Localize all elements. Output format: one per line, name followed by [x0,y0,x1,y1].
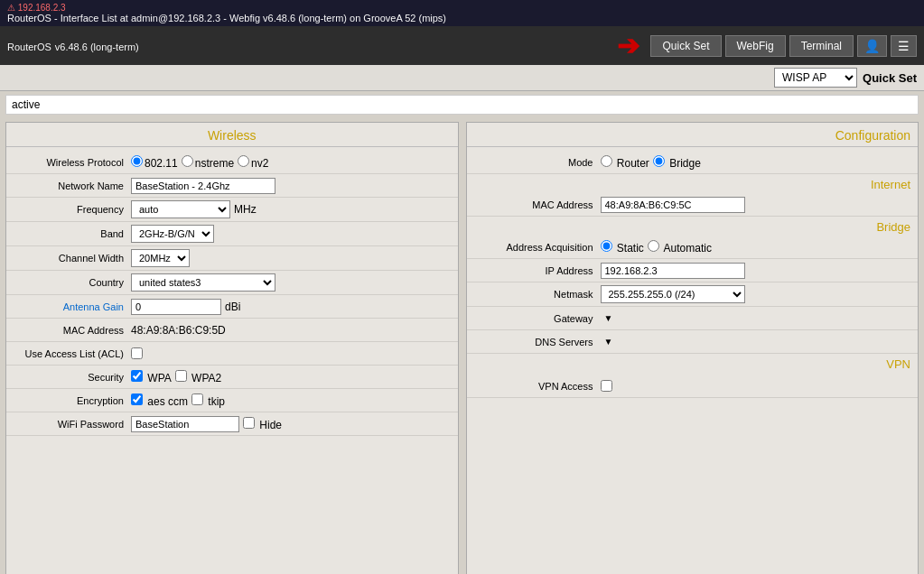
frequency-select[interactable]: auto [131,200,230,218]
protocol-802-label[interactable]: 802.11 [131,155,178,170]
wifi-password-input[interactable] [131,416,239,432]
frequency-row: Frequency auto MHz [6,198,458,222]
internet-label: Internet [467,174,919,193]
main-content: Wireless Wireless Protocol 802.11 nstrem… [0,118,924,574]
acl-checkbox[interactable] [131,347,143,359]
gateway-row: Gateway ▼ [467,307,919,330]
mode-select[interactable]: WISP AP AP CPE PTP Bridge [774,68,857,88]
profile-icon-button[interactable]: 👤 [857,35,887,57]
bridge-label[interactable]: Bridge [653,155,701,170]
hide-checkbox[interactable] [243,417,255,429]
quickset-bar: WISP AP AP CPE PTP Bridge Quick Set [0,65,924,91]
automatic-radio[interactable] [648,240,659,252]
mac-address-row: MAC Address 48:A9:8A:B6:C9:5D [6,319,458,342]
address-acquisition-controls: Static Automatic [601,240,911,255]
protocol-nstreme-label[interactable]: nstreme [182,155,234,170]
dns-dropdown-arrow[interactable]: ▼ [604,337,613,347]
network-name-input[interactable] [131,178,275,194]
wireless-protocol-label: Wireless Protocol [14,157,131,168]
wireless-header: Wireless [6,123,458,147]
webfig-button[interactable]: WebFig [725,35,786,57]
frequency-unit: MHz [234,203,257,216]
quickset-button[interactable]: Quick Set [650,35,721,57]
band-label: Band [14,228,131,239]
wpa2-label[interactable]: WPA2 [175,370,221,384]
protocol-nv2-radio[interactable] [238,155,249,167]
address-acquisition-row: Address Acquisition Static Automatic [467,236,919,259]
address-acquisition-label: Address Acquisition [474,242,601,253]
config-mac-label: MAC Address [474,199,601,210]
wpa-checkbox[interactable] [131,370,143,382]
mode-controls: Router Bridge [601,155,911,170]
ip-address-label: IP Address [474,265,601,276]
mac-address-label: MAC Address [14,325,131,336]
static-label[interactable]: Static [601,240,644,255]
wpa-label[interactable]: WPA [131,370,172,384]
wifi-password-label: WiFi Password [14,419,131,430]
frequency-controls: auto MHz [131,200,451,218]
netmask-row: Netmask 255.255.255.0 (/24) [467,282,919,307]
country-select[interactable]: united states3 [131,273,275,292]
app-title: RouterOS v6.48.6 (long-term) [7,39,613,53]
protocol-nv2-label[interactable]: nv2 [238,155,268,170]
gateway-dropdown-arrow[interactable]: ▼ [604,313,613,323]
ip-address-input[interactable] [601,263,745,279]
hide-label[interactable]: Hide [243,417,282,431]
acl-row: Use Access List (ACL) [6,342,458,366]
gateway-label: Gateway [474,313,601,324]
band-row: Band 2GHz-B/G/N [6,222,458,246]
active-bar: active [5,95,919,115]
router-label[interactable]: Router [601,155,649,170]
country-row: Country united states3 [6,271,458,295]
aes-ccm-label[interactable]: aes ccm [131,393,188,408]
config-mac-row: MAC Address [467,193,919,217]
tkip-label[interactable]: tkip [191,393,225,408]
network-name-controls [131,178,451,194]
router-radio[interactable] [601,155,612,167]
vpn-label: VPN [467,354,919,375]
netmask-select[interactable]: 255.255.255.0 (/24) [601,285,745,303]
wpa2-checkbox[interactable] [175,370,187,382]
app-version: v6.48.6 (long-term) [55,42,139,52]
antenna-gain-input[interactable] [131,299,221,315]
country-controls: united states3 [131,273,451,292]
aes-ccm-checkbox[interactable] [131,393,143,405]
antenna-gain-controls: dBi [131,299,451,315]
antenna-gain-label[interactable]: Antenna Gain [14,301,131,312]
acl-label: Use Access List (ACL) [14,348,131,359]
app-name: RouterOS [7,42,51,52]
warning-icon: ⚠ [7,3,18,13]
network-name-label: Network Name [14,181,131,191]
channel-width-row: Channel Width 20MHz [6,246,458,271]
protocol-802-radio[interactable] [131,155,143,167]
top-nav: RouterOS v6.48.6 (long-term) ➔ Quick Set… [0,26,924,65]
security-label: Security [14,372,131,383]
protocol-nstreme-radio[interactable] [182,155,193,167]
config-header: Configuration [467,123,919,147]
dns-row: DNS Servers ▼ [467,330,919,354]
netmask-controls: 255.255.255.0 (/24) [601,285,911,303]
arrow-indicator: ➔ [617,30,639,61]
automatic-label[interactable]: Automatic [648,240,712,255]
frequency-label: Frequency [14,204,131,215]
band-select[interactable]: 2GHz-B/G/N [131,225,214,243]
ip-address-controls [601,263,911,279]
wireless-panel: Wireless Wireless Protocol 802.11 nstrem… [5,122,459,574]
config-mac-input[interactable] [601,197,745,213]
bridge-radio[interactable] [653,155,665,167]
dns-controls: ▼ [601,337,911,347]
vpn-access-checkbox[interactable] [601,380,612,392]
static-radio[interactable] [601,240,612,252]
settings-icon-button[interactable]: ☰ [891,35,917,57]
channel-width-select[interactable]: 20MHz [131,249,190,267]
window-title: RouterOS - Interface List at admin@192.1… [7,13,917,23]
ip-address: 192.168.2.3 [18,3,66,13]
terminal-button[interactable]: Terminal [789,35,854,57]
ip-address-row: IP Address [467,259,919,282]
wireless-protocol-row: Wireless Protocol 802.11 nstreme nv2 [6,151,458,174]
mac-address-value: 48:A9:8A:B6:C9:5D [131,324,226,337]
title-bar: ⚠ 192.168.2.3 RouterOS - Interface List … [0,0,924,26]
mode-label: Mode [474,157,601,168]
tkip-checkbox[interactable] [191,393,203,405]
band-controls: 2GHz-B/G/N [131,225,451,243]
